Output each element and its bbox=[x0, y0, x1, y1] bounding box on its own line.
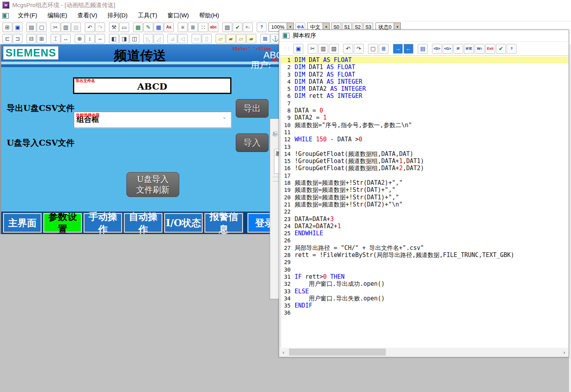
text-align-icon[interactable]: ≣ bbox=[188, 23, 198, 32]
code-line-5[interactable]: 5DIM DATA2 AS INTEGER bbox=[281, 85, 568, 92]
usb-refresh-button[interactable]: U盘导入 文件刷新 bbox=[126, 172, 179, 197]
undo-icon[interactable]: ↶ bbox=[85, 23, 95, 32]
nav-button-4[interactable]: I/O状态 bbox=[164, 213, 203, 233]
paste-icon[interactable]: ▧ bbox=[71, 23, 81, 32]
code-line-32[interactable]: 32 用户窗口.导出成功.open() bbox=[281, 280, 568, 287]
insert-data-icon[interactable]: <D> bbox=[432, 44, 442, 54]
import-button[interactable]: 导入 bbox=[236, 133, 269, 152]
code-line-26[interactable]: 26 bbox=[281, 237, 568, 244]
menu-item-5[interactable]: 窗口(W) bbox=[162, 11, 194, 19]
scroll-right-icon[interactable]: › bbox=[560, 348, 568, 356]
group-icon[interactable]: ▭ bbox=[192, 34, 201, 43]
fill-color-icon[interactable]: ▩ bbox=[133, 23, 143, 32]
confirm-icon[interactable]: ✔ bbox=[233, 23, 242, 32]
code-line-20[interactable]: 20频道数据=频道数据+!Str(DAT1)+"," bbox=[281, 194, 568, 201]
scrollbar-thumb[interactable] bbox=[289, 349, 386, 356]
code-line-13[interactable]: 13 bbox=[281, 143, 568, 150]
if-else-icon[interactable]: IF/E bbox=[464, 44, 474, 54]
code-line-25[interactable]: 25ENDWHILE bbox=[281, 230, 568, 237]
code-line-4[interactable]: 4DIM DATA AS INTEGER bbox=[281, 78, 568, 85]
comment-icon[interactable]: ▤ bbox=[418, 44, 428, 54]
flip-vertical-icon[interactable]: ◁ bbox=[178, 34, 188, 43]
code-line-9[interactable]: 9DATA2 = 1 bbox=[281, 114, 568, 121]
find-icon[interactable]: ▢ bbox=[368, 44, 378, 54]
menu-item-2[interactable]: 查看(V) bbox=[72, 11, 102, 19]
redo-icon[interactable]: ↷ bbox=[354, 44, 364, 54]
char-color-icon[interactable]: ▦ bbox=[154, 23, 163, 32]
menu-item-3[interactable]: 排列(D) bbox=[102, 11, 133, 19]
code-line-30[interactable]: 30 bbox=[281, 266, 568, 273]
code-line-28[interactable]: 28rett = !FileWriteByStr(局部导出路径,频道数据,FIL… bbox=[281, 251, 568, 259]
code-line-35[interactable]: 35ENDIF bbox=[281, 302, 568, 309]
scroll-left-icon[interactable]: ‹ bbox=[280, 348, 287, 356]
copy-icon[interactable]: ▥ bbox=[318, 44, 328, 54]
code-line-18[interactable]: 18频道数据=频道数据+!Str(DATA2)+"," bbox=[281, 179, 568, 186]
nav-button-5[interactable]: 报警信息 bbox=[205, 213, 243, 233]
copy-icon[interactable]: ▥ bbox=[61, 23, 71, 32]
code-line-3[interactable]: 3DIM DAT2 AS FLOAT bbox=[281, 71, 568, 78]
menu-item-4[interactable]: 工具(T) bbox=[133, 11, 162, 19]
code-line-8[interactable]: 8DATA = 0 bbox=[281, 107, 568, 114]
lock-icon[interactable]: ⊠ bbox=[260, 34, 270, 43]
save-icon[interactable]: ▣ bbox=[13, 23, 23, 32]
code-line-27[interactable]: 27局部导出路径 = "CH/" + 导出文件名+".csv" bbox=[281, 244, 568, 251]
save-icon[interactable]: ▣ bbox=[293, 44, 303, 54]
nav-button-3[interactable]: 自动操作 bbox=[124, 213, 162, 233]
equal-width-icon[interactable]: ↔ bbox=[61, 34, 71, 43]
help-icon[interactable]: ? bbox=[507, 44, 517, 54]
code-line-16[interactable]: 16!GroupGetFloat(频道数据组,DATA+2,DAT2) bbox=[281, 165, 568, 172]
abc-check-icon[interactable]: abc bbox=[208, 23, 218, 32]
menu-item-6[interactable]: 帮助(H) bbox=[194, 11, 224, 19]
code-line-36[interactable]: 36 bbox=[281, 309, 568, 316]
align-right-icon[interactable]: ⊐ bbox=[13, 34, 23, 43]
cut-icon[interactable]: ✂ bbox=[51, 23, 60, 32]
code-line-23[interactable]: 23DATA=DATA+3 bbox=[281, 216, 568, 223]
code-line-1[interactable]: 1DIM DAT AS FLOAT bbox=[281, 56, 568, 64]
code-line-22[interactable]: 22 bbox=[281, 208, 568, 215]
syntax-check-icon[interactable]: ✔ bbox=[496, 44, 506, 54]
format-icon[interactable]: ≣ bbox=[379, 44, 389, 54]
outdent-icon[interactable]: ← bbox=[404, 44, 413, 54]
same-height-icon[interactable]: ↕ bbox=[85, 34, 95, 43]
equal-vspace-icon[interactable]: ⊟ bbox=[26, 34, 36, 43]
nav-button-2[interactable]: 手动操作 bbox=[84, 213, 122, 233]
insert-graph-icon[interactable]: <G> bbox=[443, 44, 453, 54]
import-combobox[interactable]: 组合框 当前选择内容 ˇ bbox=[74, 112, 231, 128]
script-window-titlebar[interactable]: 脚本程序 bbox=[279, 30, 569, 42]
sort-icon[interactable]: ≡↓ bbox=[243, 23, 253, 32]
indent-icon[interactable]: → bbox=[393, 44, 403, 54]
grid-icon[interactable]: ∷ bbox=[198, 23, 208, 32]
code-line-6[interactable]: 6DIM rett AS INTEGER bbox=[281, 92, 568, 99]
new-window-icon[interactable]: ⊞ bbox=[2, 23, 12, 32]
code-line-10[interactable]: 10频道数据="序号,指令号,参数一,参数二\n" bbox=[281, 122, 568, 129]
toolbox-icon[interactable]: ⚒ bbox=[109, 23, 119, 32]
print-icon[interactable]: ▤ bbox=[26, 23, 36, 32]
undo-icon[interactable]: ↶ bbox=[343, 44, 353, 54]
export-filename-input[interactable]: 导出文件名 ABCD bbox=[73, 77, 231, 94]
while-icon[interactable]: W≡ bbox=[475, 44, 485, 54]
script-code-editor[interactable]: 1DIM DAT AS FLOAT2DIM DAT1 AS FLOAT3DIM … bbox=[280, 56, 568, 347]
print-preview-icon[interactable]: ▢ bbox=[37, 23, 47, 32]
code-line-7[interactable]: 7 bbox=[281, 100, 568, 107]
nav-button-0[interactable]: 主界面 bbox=[3, 213, 41, 233]
text-lines-icon[interactable]: ≡ bbox=[178, 23, 188, 32]
code-line-14[interactable]: 14!GroupGetFloat(频道数据组,DATA,DAT) bbox=[281, 150, 568, 158]
cut-icon[interactable]: ✂ bbox=[308, 44, 317, 54]
mdi-child-icon[interactable] bbox=[2, 13, 9, 19]
align-left-icon[interactable]: ⊏ bbox=[2, 34, 12, 43]
code-line-19[interactable]: 19频道数据=频道数据+!Str(DAT)+"," bbox=[281, 186, 568, 193]
send-backward-icon[interactable]: ▰ bbox=[246, 34, 256, 43]
code-line-31[interactable]: 31IF rett>0 THEN bbox=[281, 273, 568, 280]
code-line-33[interactable]: 33ELSE bbox=[281, 288, 568, 295]
code-line-29[interactable]: 29 bbox=[281, 259, 568, 266]
chevron-down-icon[interactable]: ˇ bbox=[219, 114, 229, 126]
nav-button-1[interactable]: 参数设置 bbox=[43, 213, 82, 233]
code-line-12[interactable]: 12WHILE 150 - DATA >0 bbox=[281, 136, 568, 143]
toolbar-grip-icon[interactable]: ⋮⋮ bbox=[283, 46, 290, 51]
code-line-2[interactable]: 2DIM DAT1 AS FLOAT bbox=[281, 64, 568, 71]
code-line-11[interactable]: 11 bbox=[281, 129, 568, 136]
equal-size-icon[interactable]: ⊕ bbox=[75, 34, 85, 43]
horizontal-scrollbar[interactable]: ‹ › bbox=[280, 348, 568, 356]
properties-icon[interactable]: ▨ bbox=[222, 23, 232, 32]
bring-front-icon[interactable]: ▱ bbox=[216, 34, 225, 43]
